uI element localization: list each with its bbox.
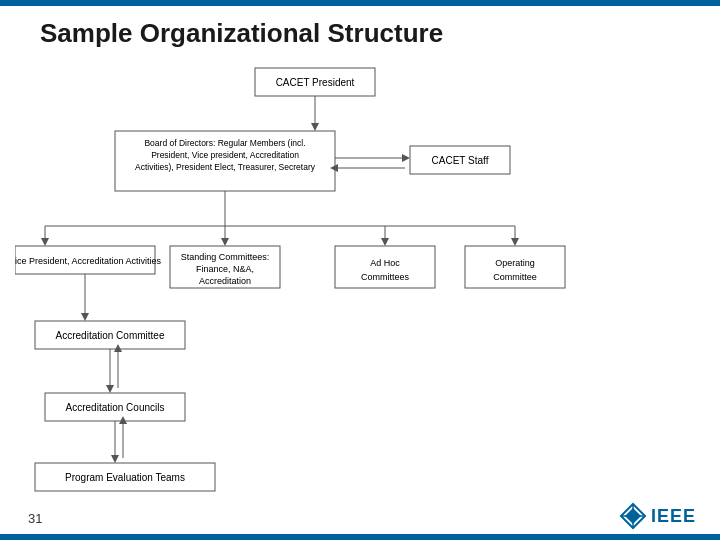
- svg-text:CACET President: CACET President: [276, 77, 355, 88]
- svg-text:Standing Committees:: Standing Committees:: [181, 252, 270, 262]
- svg-marker-21: [41, 238, 49, 246]
- svg-text:Accreditation Committee: Accreditation Committee: [56, 330, 165, 341]
- bottom-bar: [0, 534, 720, 540]
- svg-marker-13: [402, 154, 410, 162]
- svg-text:Activities), President Elect, : Activities), President Elect, Treasurer,…: [135, 162, 316, 172]
- svg-marker-51: [111, 455, 119, 463]
- svg-text:Committees: Committees: [361, 272, 410, 282]
- svg-text:President, Vice president, Acc: President, Vice president, Accreditation: [151, 150, 299, 160]
- svg-text:Accreditation: Accreditation: [199, 276, 251, 286]
- svg-text:Ad Hoc: Ad Hoc: [370, 258, 400, 268]
- svg-text:Vice President, Accreditation : Vice President, Accreditation Activities: [15, 256, 161, 266]
- svg-text:Committee: Committee: [493, 272, 537, 282]
- svg-text:Accreditation Councils: Accreditation Councils: [66, 402, 165, 413]
- svg-marker-36: [511, 238, 519, 246]
- top-bar: [0, 0, 720, 6]
- svg-marker-31: [381, 238, 389, 246]
- svg-text:Finance, N&A,: Finance, N&A,: [196, 264, 254, 274]
- svg-marker-7: [311, 123, 319, 131]
- svg-marker-41: [81, 313, 89, 321]
- svg-text:Operating: Operating: [495, 258, 535, 268]
- org-chart: CACET President Board of Directors: Regu…: [15, 58, 705, 518]
- svg-marker-25: [221, 238, 229, 246]
- svg-text:Board of Directors: Regular Me: Board of Directors: Regular Members (inc…: [144, 138, 305, 148]
- svg-marker-45: [106, 385, 114, 393]
- page-title: Sample Organizational Structure: [40, 18, 443, 49]
- svg-text:CACET Staff: CACET Staff: [432, 155, 489, 166]
- svg-text:Program Evaluation Teams: Program Evaluation Teams: [65, 472, 185, 483]
